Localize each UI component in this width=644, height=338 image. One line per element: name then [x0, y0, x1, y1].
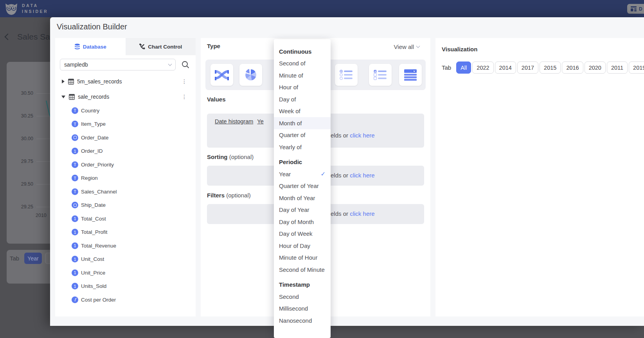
year-tab-2017[interactable]: 2017 [517, 61, 538, 74]
number-field-icon: 1 [72, 242, 78, 249]
menu-item-month-of-year[interactable]: Month of Year [274, 192, 331, 204]
brand-wordmark: DATA INSIDER [22, 3, 48, 14]
tab-database[interactable]: Database [55, 38, 126, 55]
year-tab-all[interactable]: All [456, 61, 471, 74]
year-tab-2020[interactable]: 2020 [585, 61, 606, 74]
field-label: Order_Priority [81, 162, 114, 168]
filters-section-label: Filters (optional) [207, 192, 251, 199]
pie-chart-icon [245, 69, 257, 81]
value-pill-link[interactable]: Ye [257, 118, 263, 125]
values-pill-row: Date histogramYe [215, 118, 264, 125]
tab-row-label: Tab [442, 64, 451, 71]
menu-item-day-of-week[interactable]: Day of Week [274, 228, 331, 240]
menu-item-day-of-month[interactable]: Day of Month [274, 216, 331, 228]
back-chevron-icon[interactable] [5, 34, 11, 40]
field-item[interactable]: fCost per Order [55, 293, 196, 307]
field-label: Total_Revenue [81, 243, 116, 249]
bg-x-tick-label: 2010 [36, 213, 47, 218]
chart-type-sankey[interactable] [210, 64, 233, 86]
caret-collapsed-icon[interactable] [62, 80, 65, 83]
kebab-menu-icon[interactable]: ⋮ [182, 94, 187, 100]
click-here-link[interactable]: click here [350, 132, 374, 139]
field-item[interactable]: TItem_Type [55, 117, 196, 131]
view-all-label: View all [394, 43, 414, 50]
menu-item-minute-of[interactable]: Minute of [274, 69, 331, 81]
menu-item-week-of[interactable]: Week of [274, 105, 331, 117]
menu-item-minute-of-hour[interactable]: Minute of Hour [274, 252, 331, 264]
menu-item-quarter-of[interactable]: Quarter of [274, 129, 331, 141]
date-field-icon [72, 134, 78, 141]
field-label: Total_Cost [81, 216, 106, 222]
field-label: Unit_Cost [81, 256, 104, 262]
menu-item-quarter-of-year[interactable]: Quarter of Year [274, 180, 331, 192]
caret-expanded-icon[interactable] [61, 96, 65, 98]
menu-item-second-of[interactable]: Second of [274, 58, 331, 70]
text-field-icon: T [72, 175, 78, 181]
menu-group: PeriodicYear✓Quarter of YearMonth of Yea… [274, 156, 331, 276]
check-icon: ✓ [320, 170, 326, 177]
menu-item-second[interactable]: Second [274, 291, 331, 303]
field-item[interactable]: 1Unit_Cost [55, 253, 196, 266]
year-tab-2016[interactable]: 2016 [562, 61, 583, 74]
click-here-link[interactable]: click here [350, 210, 374, 217]
field-item[interactable]: TSales_Channel [55, 185, 196, 199]
chart-type-checkbox-list[interactable] [369, 64, 392, 86]
year-tab-2022[interactable]: 2022 [472, 61, 493, 74]
field-item[interactable]: 1Total_Revenue [55, 239, 196, 253]
menu-item-nanosecond[interactable]: Nanosecond [274, 315, 331, 327]
field-item[interactable]: 1Unit_Price [55, 266, 196, 280]
menu-item-yearly-of[interactable]: Yearly of [274, 141, 331, 153]
tab-chart-control[interactable]: Chart Control [126, 38, 196, 55]
year-tab-2014[interactable]: 2014 [495, 61, 516, 74]
modal-title: Visualization Builder [57, 22, 127, 31]
menu-item-second-of-minute[interactable]: Second of Minute [274, 264, 331, 276]
table-row-5m-sales-records[interactable]: 5m_sales_records ⋮ [55, 76, 196, 87]
field-item[interactable]: Ship_Date [55, 199, 196, 212]
text-field-icon: T [72, 161, 78, 168]
table-row-sale-records[interactable]: sale_records ⋮ [55, 91, 196, 103]
click-here-link[interactable]: click here [350, 172, 374, 179]
bg-tab-year[interactable]: Year [24, 253, 42, 264]
field-label: Order_ID [81, 148, 103, 154]
field-item[interactable]: 1Order_ID [55, 145, 196, 158]
field-item[interactable]: TRegion [55, 172, 196, 185]
menu-item-hour-of[interactable]: Hour of [274, 81, 331, 94]
field-item[interactable]: 1Total_Cost [55, 212, 196, 226]
field-item[interactable]: 1Units_Sold [55, 280, 196, 293]
date-granularity-menu: ContinuousSecond ofMinute ofHour ofDay o… [274, 39, 331, 338]
app-header: DATA INSIDER D [0, 0, 644, 17]
chart-type-pie[interactable] [239, 64, 262, 86]
database-panel: Database Chart Control sampledb [55, 38, 196, 316]
field-item[interactable]: 1Total_Profit [55, 226, 196, 239]
menu-group: TimestampSecondMillisecondNanosecond [274, 279, 331, 327]
kebab-menu-icon[interactable]: ⋮ [182, 78, 187, 85]
menu-item-month-of[interactable]: Month of [274, 117, 331, 129]
number-field-icon: 1 [72, 229, 78, 235]
menu-item-day-of-year[interactable]: Day of Year [274, 204, 331, 216]
year-tab-2011[interactable]: 2011 [607, 61, 628, 74]
select-dropdown-icon [404, 69, 417, 81]
view-all-button[interactable]: View all [394, 43, 419, 50]
year-tab-2015[interactable]: 2015 [540, 61, 561, 74]
field-list: TCountryTItem_TypeOrder_Date1Order_IDTOr… [55, 104, 196, 307]
chart-type-select[interactable] [399, 64, 422, 86]
dashboards-button[interactable]: D [627, 4, 644, 14]
field-item[interactable]: Order_Date [55, 131, 196, 145]
menu-item-day-of[interactable]: Day of [274, 93, 331, 105]
value-pill-link[interactable]: Date histogram [215, 118, 253, 125]
menu-item-hour-of-day[interactable]: Hour of Day [274, 240, 331, 252]
menu-item-millisecond[interactable]: Millisecond [274, 303, 331, 315]
text-field-icon: T [72, 107, 78, 114]
field-item[interactable]: TCountry [55, 104, 196, 117]
menu-item-year[interactable]: Year✓ [274, 168, 331, 180]
field-item[interactable]: TOrder_Priority [55, 158, 196, 172]
chart-type-radio-list[interactable] [335, 64, 358, 86]
database-icon [74, 43, 80, 50]
menu-group-label: Continuous [274, 45, 331, 58]
dashboards-button-label: D [639, 6, 642, 12]
search-icon[interactable] [181, 60, 190, 69]
datasource-select[interactable]: sampledb [60, 59, 176, 70]
dashboard-layout-icon [631, 6, 637, 12]
year-tab-2019[interactable]: 2019 [629, 61, 644, 74]
field-label: Total_Profit [81, 229, 108, 235]
